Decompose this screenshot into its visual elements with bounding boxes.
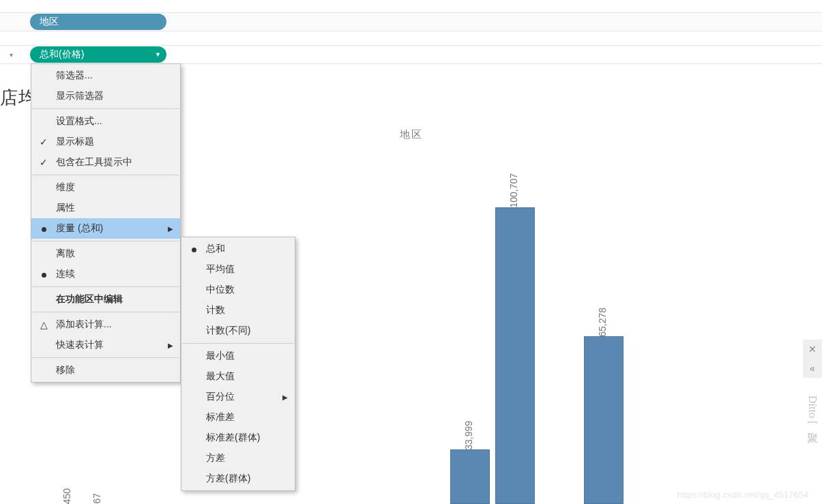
bar-100707[interactable]: 100,707 [495,207,535,504]
side-panel-buttons: ✕ « [803,340,822,378]
submenu-caret-icon: ▶ [168,342,173,349]
chevron-down-icon: ▼ [155,51,161,58]
check-icon [37,136,50,147]
bar-label-100707: 100,707 [508,169,519,208]
submenu-median[interactable]: 中位数 [181,280,295,300]
menu-remove[interactable]: 移除 [31,360,180,381]
columns-shelf[interactable]: 地区 [0,12,822,31]
submenu-percentile[interactable]: 百分位▶ [181,387,295,407]
csdn-watermark: https://blog.csdn.net/qq_4517654 [677,490,808,500]
menu-show-filter[interactable]: 显示筛选器 [31,86,180,106]
bar-label-partial-1: 450 [61,488,72,504]
shelf-collapse-icon[interactable]: ▾ [10,51,13,59]
submenu-avg[interactable]: 平均值 [181,259,295,280]
submenu-caret-icon: ▶ [282,394,288,401]
bar-65278[interactable]: 65,278 [584,336,623,504]
submenu-countd[interactable]: 计数(不同) [181,321,295,341]
menu-edit-in-shelf[interactable]: 在功能区中编辑 [31,289,180,310]
ditto-watermark: Ditto [聚 [805,396,819,424]
bar-label-33999: 33,999 [463,417,474,450]
menu-dimension[interactable]: 维度 [31,177,180,198]
menu-quick-table-calc[interactable]: 快速表计算▶ [31,335,180,355]
menu-include-tooltip[interactable]: 包含在工具提示中 [31,152,180,173]
submenu-caret-icon: ▶ [168,225,173,233]
submenu-stdevp[interactable]: 标准差(群体) [181,428,295,448]
menu-filter[interactable]: 筛选器... [31,65,180,86]
measure-pill[interactable]: 总和(价格) ▼ [30,46,166,63]
menu-separator [32,286,179,287]
menu-separator [32,357,179,358]
submenu-count[interactable]: 计数 [181,300,295,321]
submenu-min[interactable]: 最小值 [181,346,295,366]
menu-discrete[interactable]: 离散 [31,243,180,264]
bar-label-65278: 65,278 [597,303,608,337]
menu-separator [182,343,294,344]
dot-icon [37,223,50,234]
menu-separator [32,312,179,312]
submenu-varp[interactable]: 方差(群体) [181,469,295,489]
bar-33999[interactable]: 33,999 [450,449,490,504]
menu-add-table-calc[interactable]: △添加表计算... [31,314,180,335]
menu-separator [32,175,179,175]
close-panel-button[interactable]: ✕ [803,340,822,359]
menu-format[interactable]: 设置格式... [31,111,180,132]
measure-pill-label: 总和(价格) [40,48,84,61]
menu-separator [32,241,179,241]
menu-show-header[interactable]: 显示标题 [31,132,180,152]
delta-icon: △ [37,319,50,330]
submenu-stdev[interactable]: 标准差 [181,407,295,428]
dimension-pill[interactable]: 地区 [30,14,166,30]
menu-attribute[interactable]: 属性 [31,198,180,218]
submenu-var[interactable]: 方差 [181,448,295,469]
bar-label-partial-2: 67 [91,493,102,504]
menu-separator [32,108,179,109]
measure-aggregation-submenu: 总和 平均值 中位数 计数 计数(不同) 最小值 最大值 百分位▶ 标准差 标准… [181,237,295,491]
measure-context-menu: 筛选器... 显示筛选器 设置格式... 显示标题 包含在工具提示中 维度 属性… [31,63,181,383]
check-icon [37,157,50,168]
dimension-pill-label: 地区 [40,16,59,28]
rows-shelf[interactable]: ▾ 总和(价格) ▼ [0,45,822,64]
submenu-sum[interactable]: 总和 [181,239,295,259]
dot-icon [37,269,50,280]
submenu-max[interactable]: 最大值 [181,366,295,387]
collapse-panel-button[interactable]: « [803,359,822,378]
menu-continuous[interactable]: 连续 [31,264,180,284]
menu-measure[interactable]: 度量 (总和) ▶ [31,218,180,239]
dot-icon [187,243,201,254]
